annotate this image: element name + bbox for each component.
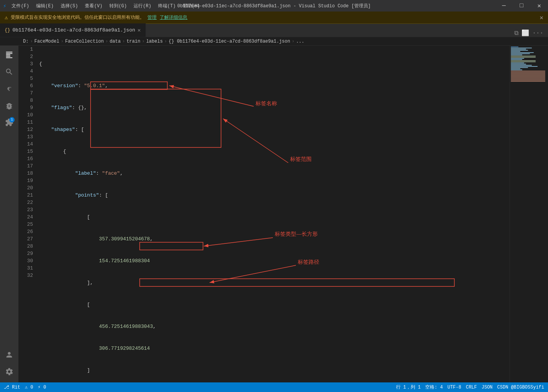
vscode-icon: ⚡ [3, 3, 6, 9]
status-errors[interactable]: ⚠ 0 [25, 384, 33, 390]
status-line-ending[interactable]: CRLF [466, 385, 477, 390]
activity-bottom-icons [2, 347, 17, 382]
window-title: 0b1176e4-e03d-11ec-a7cd-8863df8ae9a1.jso… [177, 3, 371, 9]
warning-close-button[interactable]: ✕ [540, 14, 543, 22]
breadcrumb-facemodel[interactable]: FaceModel [35, 39, 59, 44]
line-numbers: 12345 678910 1112131415 1617181920 21222… [18, 46, 38, 382]
activity-extensions[interactable]: 1 [2, 115, 17, 130]
minimap[interactable] [510, 46, 548, 382]
code-line-12: [ [39, 301, 510, 308]
code-line-7: "points": [ [39, 192, 510, 199]
breadcrumb-data[interactable]: data [110, 39, 121, 44]
code-line-4: "shapes": [ [39, 126, 510, 133]
status-warnings[interactable]: ⚡ 0 [38, 384, 46, 390]
activity-bar: 1 [0, 46, 18, 382]
status-position[interactable]: 行 1，列 1 [396, 384, 421, 390]
tab-bar: {} 0b1176e4-e03d-11ec-a7cd-8863df8ae9a1.… [0, 24, 548, 37]
menu-select[interactable]: 选择(S) [58, 2, 81, 10]
breadcrumb-labels[interactable]: labels [146, 39, 163, 44]
code-line-15: ] [39, 367, 510, 374]
minimize-button[interactable]: — [495, 0, 513, 12]
minimap-content [510, 46, 548, 83]
menu-terminal[interactable]: 终端(T) [155, 2, 179, 10]
code-line-14: 306.7719298245614 [39, 345, 510, 352]
menu-run[interactable]: 运行(R) [130, 2, 154, 10]
code-line-3: "flags": {}, [39, 104, 510, 111]
status-indent[interactable]: 空格: 4 [425, 384, 443, 390]
menu-view[interactable]: 查看(V) [82, 2, 106, 10]
activity-debug[interactable] [2, 98, 17, 113]
breadcrumb-d[interactable]: D: [23, 39, 28, 44]
warning-link-details[interactable]: 了解详细信息 [160, 14, 187, 21]
split-editor-icon[interactable]: ⧉ [514, 30, 518, 37]
code-line-10: 154.7251461988304 [39, 257, 510, 265]
warning-link-manage[interactable]: 管理 [147, 14, 157, 21]
code-line-8: [ [39, 213, 510, 221]
code-line-1: { [39, 60, 510, 68]
tab-json-file[interactable]: {} 0b1176e4-e03d-11ec-a7cd-8863df8ae9a1.… [0, 23, 146, 37]
window-controls[interactable]: — □ ✕ [495, 0, 548, 12]
code-line-6: "label": "face", [39, 170, 510, 177]
code-line-9: 357.3099415204678, [39, 235, 510, 243]
tab-file-icon: {} [5, 28, 10, 33]
activity-explorer[interactable] [2, 47, 17, 63]
status-bar: ⎇ Rit ⚠ 0 ⚡ 0 行 1，列 1 空格: 4 UTF-8 CRLF J… [0, 382, 548, 392]
warning-bar: ⚠ 受限模式旨在实现安全地浏览代码。信任此窗口以启用所有功能。 管理 了解详细信… [0, 12, 548, 24]
status-left: ⎇ Rit ⚠ 0 ⚡ 0 [4, 384, 46, 390]
menu-bar[interactable]: 文件(F) 编辑(E) 选择(S) 查看(V) 转到(G) 运行(R) 终端(T… [8, 2, 203, 10]
code-line-13: 456.72514619883043, [39, 323, 510, 330]
code-line-2: "version": "5.0.1", [39, 82, 510, 89]
breadcrumb-train[interactable]: train [127, 39, 140, 44]
code-container[interactable]: 12345 678910 1112131415 1617181920 21222… [18, 46, 510, 382]
warning-icon: ⚠ [5, 14, 8, 21]
activity-settings[interactable] [2, 364, 17, 379]
maximize-button[interactable]: □ [513, 0, 530, 12]
code-content: { "version": "5.0.1", "flags": {}, "shap… [38, 46, 510, 382]
panel-layout-icon[interactable]: ⬜ [522, 29, 529, 37]
code-line-5: { [39, 148, 510, 155]
tab-close-button[interactable]: ✕ [137, 27, 140, 33]
tab-filename: 0b1176e4-e03d-11ec-a7cd-8863df8ae9a1.jso… [12, 27, 135, 33]
menu-goto[interactable]: 转到(G) [106, 2, 130, 10]
more-actions-icon[interactable]: ··· [532, 30, 543, 36]
extensions-badge: 1 [9, 117, 15, 122]
code-line-11: ], [39, 279, 510, 286]
main-layout: 1 12345 678910 1112131415 1617181920 212… [0, 46, 548, 382]
status-language[interactable]: JSON [482, 385, 493, 390]
tab-bar-extras: ⧉ ⬜ ··· [514, 29, 548, 37]
breadcrumb-facecollection[interactable]: FaceCollection [65, 39, 104, 44]
status-encoding[interactable]: UTF-8 [447, 385, 461, 390]
status-right: 行 1，列 1 空格: 4 UTF-8 CRLF JSON CSDN @BIGB… [396, 384, 544, 390]
activity-search[interactable] [2, 64, 17, 79]
status-git-branch[interactable]: ⎇ Rit [4, 384, 20, 390]
activity-account[interactable] [2, 347, 17, 362]
editor-area: 12345 678910 1112131415 1617181920 21222… [18, 46, 510, 382]
close-button[interactable]: ✕ [530, 0, 548, 12]
activity-source-control[interactable] [2, 81, 17, 96]
status-csdn-user: CSDN @BIGBOSSyifi [497, 385, 544, 390]
menu-file[interactable]: 文件(F) [8, 2, 32, 10]
breadcrumb-ellipsis[interactable]: ... [296, 39, 304, 44]
warning-text: 受限模式旨在实现安全地浏览代码。信任此窗口以启用所有功能。 [11, 14, 144, 21]
menu-edit[interactable]: 编辑(E) [33, 2, 57, 10]
breadcrumb-filename[interactable]: {} 0b1176e4-e03d-11ec-a7cd-8863df8ae9a1.… [168, 39, 290, 44]
breadcrumb: D: › FaceModel › FaceCollection › data ›… [0, 37, 548, 46]
title-bar: ⚡ 文件(F) 编辑(E) 选择(S) 查看(V) 转到(G) 运行(R) 终端… [0, 0, 548, 12]
